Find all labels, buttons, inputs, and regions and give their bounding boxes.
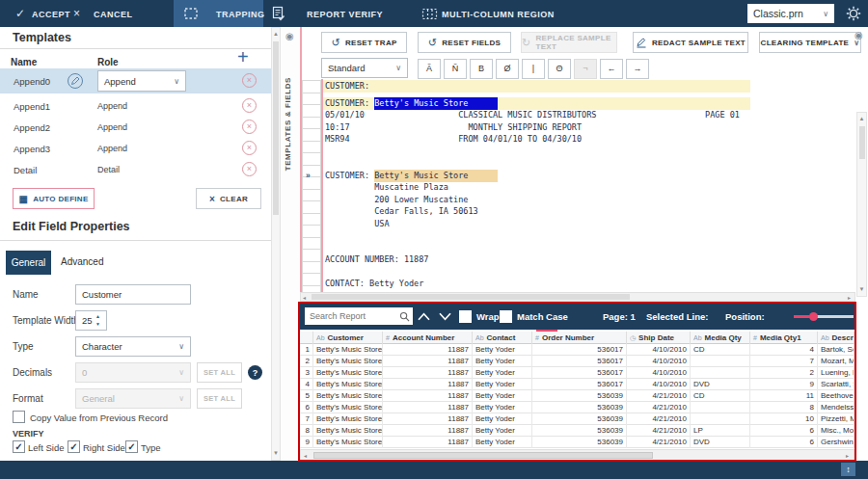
position-slider-thumb[interactable] — [809, 312, 818, 321]
char-button-0[interactable]: Ã — [418, 59, 441, 79]
table-row[interactable]: 2Betty's Music Store11887Betty Yoder5360… — [300, 356, 854, 367]
char-button-8[interactable]: → — [626, 59, 649, 79]
match-case-checkbox[interactable] — [500, 310, 512, 323]
verify-left-checkbox[interactable]: ✓ — [13, 440, 25, 453]
auto-define-button[interactable]: ▦ AUTO DEFINE — [13, 188, 95, 209]
scroll-right-icon[interactable]: ▸ — [846, 452, 849, 459]
tab-general[interactable]: General — [6, 251, 51, 275]
tab-multi-column-region[interactable]: MULTI-COLUMN REGION — [442, 10, 555, 19]
search-previous-icon[interactable] — [417, 311, 431, 322]
column-header[interactable]: #Account Number — [383, 332, 473, 344]
left-panel-scrollbar[interactable]: ▲ ▼ — [271, 27, 281, 461]
redact-sample-text-button[interactable]: REDACT SAMPLE TEXT — [633, 32, 748, 53]
search-next-icon[interactable] — [438, 311, 452, 322]
reset-trap-button[interactable]: ↺ RESET TRAP — [321, 32, 407, 53]
trap-line[interactable]: CUSTOMER: — [325, 80, 369, 93]
delete-template-icon[interactable]: × — [242, 73, 257, 88]
column-header[interactable]: AbDescrip — [818, 332, 854, 344]
pin-icon[interactable]: ◉ — [854, 30, 863, 40]
delete-template-icon[interactable]: × — [242, 120, 257, 134]
templates-fields-tab[interactable]: ◉ TEMPLATES & FIELDS — [281, 27, 300, 461]
column-header[interactable]: AbContact — [473, 332, 532, 344]
column-header[interactable]: ◷Ship Date — [627, 332, 691, 344]
selected-field-line[interactable]: CUSTOMER: Betty's Music Store — [325, 97, 498, 110]
template-role: Detail — [97, 165, 120, 174]
table-cell: Betty's Music Store — [313, 344, 383, 356]
font-select[interactable]: Standard ∨ — [321, 58, 408, 78]
template-row[interactable]: Detail Detail × — [0, 159, 271, 180]
stepper-arrows-icon[interactable]: ▲▼ — [95, 312, 100, 328]
scroll-up-icon[interactable]: ▲ — [857, 116, 866, 121]
scroll-right-icon[interactable]: ▸ — [848, 294, 851, 301]
template-row[interactable]: Append2 Append × — [0, 117, 271, 138]
help-icon[interactable]: ? — [248, 365, 262, 380]
table-row[interactable]: 6Betty's Music Store11887Betty Yoder5360… — [300, 402, 854, 413]
char-button-2[interactable]: B — [470, 59, 493, 79]
accept-button[interactable]: ACCEPT — [32, 10, 70, 19]
table-row[interactable]: 7Betty's Music Store11887Betty Yoder5360… — [300, 413, 854, 425]
edit-template-icon[interactable] — [68, 73, 83, 89]
char-button-1[interactable]: Ñ — [444, 59, 467, 79]
tab-trapping-label[interactable]: TRAPPING — [216, 10, 265, 19]
scroll-left-icon[interactable]: ◂ — [304, 452, 307, 459]
reset-fields-button[interactable]: ↺ RESET FIELDS — [418, 32, 511, 53]
table-row[interactable]: 8Betty's Music Store11887Betty Yoder5360… — [300, 425, 854, 437]
char-button-6[interactable]: ¬ — [574, 59, 597, 79]
file-select[interactable]: Classic.prn ∨ — [747, 4, 834, 23]
tab-report-verify[interactable]: REPORT VERIFY — [307, 10, 383, 19]
column-header[interactable] — [300, 332, 313, 344]
clear-button[interactable]: × CLEAR — [196, 188, 261, 209]
line-prefix: CUSTOMER: — [325, 98, 374, 108]
scroll-up-icon[interactable]: ▲ — [272, 31, 280, 37]
resize-panel-icon[interactable]: ↕ — [841, 463, 855, 476]
pin-icon[interactable]: ◉ — [285, 31, 294, 41]
column-header[interactable]: AbMedia Qty — [691, 332, 750, 344]
table-row[interactable]: 3Betty's Music Store11887Betty Yoder5360… — [300, 367, 854, 379]
copy-value-label: Copy Value from Previous Record — [30, 412, 168, 423]
wrap-checkbox[interactable] — [459, 310, 472, 323]
char-button-7[interactable]: ← — [600, 59, 623, 79]
table-row[interactable]: 1Betty's Music Store11887Betty Yoder5360… — [300, 344, 854, 356]
char-button-5[interactable]: Θ — [548, 59, 571, 79]
copy-value-checkbox[interactable] — [13, 411, 25, 423]
selected-field-value[interactable]: Betty's Music Store — [374, 97, 498, 110]
table-cell: Gershwin, A — [818, 437, 854, 448]
add-template-button[interactable]: + — [237, 46, 249, 68]
verify-type-checkbox[interactable]: ✓ — [125, 440, 138, 453]
page-indicator: Page: 1 — [603, 311, 636, 322]
delete-template-icon[interactable]: × — [242, 98, 257, 113]
name-field[interactable]: Customer — [75, 284, 191, 305]
scroll-down-icon[interactable]: ▼ — [272, 450, 280, 456]
table-row[interactable]: 4Betty's Music Store11887Betty Yoder5360… — [300, 379, 854, 390]
table-cell: 4/10/2010 — [627, 344, 691, 356]
gear-icon[interactable] — [845, 5, 862, 22]
table-cell: Betty's Music Store — [313, 356, 383, 367]
scroll-left-icon[interactable]: ◂ — [303, 294, 306, 301]
template-row-selected[interactable]: Append0 Append ∨ × — [0, 68, 271, 93]
delete-template-icon[interactable]: × — [242, 141, 257, 155]
report-vertical-scrollbar[interactable]: ▲ ▼ — [856, 112, 867, 297]
scroll-down-icon[interactable]: ▼ — [857, 286, 866, 292]
template-width-stepper[interactable]: 25 — [75, 310, 107, 331]
verify-right-checkbox[interactable]: ✓ — [68, 440, 80, 453]
template-row[interactable]: Append1 Append × — [0, 95, 271, 117]
table-row[interactable]: 9Betty's Music Store11887Betty Yoder5360… — [300, 437, 854, 448]
table-row[interactable]: 5Betty's Music Store11887Betty Yoder5360… — [300, 390, 854, 402]
report-body[interactable]: 05/01/10 CLASSICAL MUSIC DISTRIBUTORS PA… — [325, 109, 740, 290]
column-header[interactable]: #Order Number — [532, 332, 627, 344]
tab-advanced[interactable]: Advanced — [61, 256, 103, 267]
format-value: General — [82, 393, 115, 404]
column-header[interactable]: AbCustomer — [313, 332, 383, 344]
report-horizontal-scrollbar[interactable]: ◂ ▸ — [300, 292, 855, 302]
column-header[interactable]: #Media Qty1 — [750, 332, 818, 344]
char-button-4[interactable]: | — [522, 59, 545, 79]
role-select[interactable]: Append ∨ — [97, 70, 186, 92]
clearing-template-button[interactable]: CLEARING TEMPLATE ∨ — [759, 32, 861, 53]
template-row[interactable]: Append3 Append × — [0, 138, 271, 159]
search-input[interactable] — [305, 307, 413, 325]
cancel-button[interactable]: CANCEL — [94, 10, 133, 19]
char-button-3[interactable]: Ø — [496, 59, 519, 79]
type-select[interactable]: Character ∨ — [75, 336, 191, 357]
table-horizontal-scrollbar[interactable]: ◂ ▸ — [300, 449, 854, 461]
delete-template-icon[interactable]: × — [242, 162, 257, 176]
